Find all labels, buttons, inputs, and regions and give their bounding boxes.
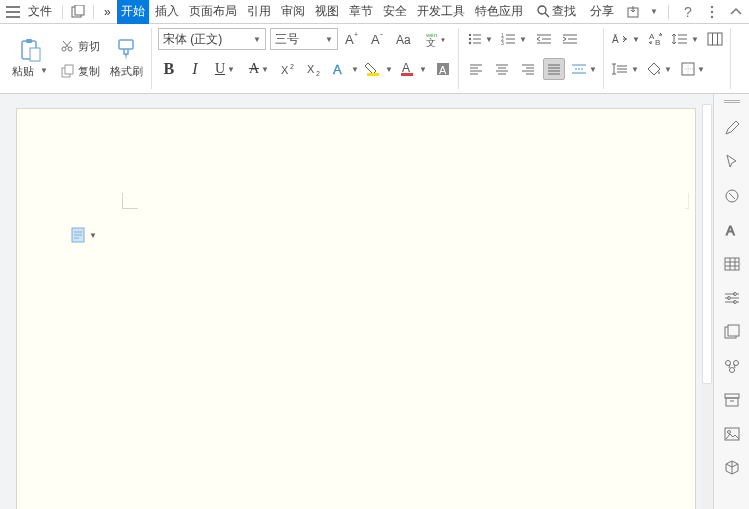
group-font: 宋体 (正文) ▼ 三号 ▼ A+ A- Aa wén文▼ B I U▼ A▼ … [154,28,459,89]
grow-font-button[interactable]: A+ [342,28,364,50]
line-spacing-button[interactable]: ▼ [670,28,700,50]
share-button[interactable]: 分享 [586,0,618,24]
paste-button[interactable]: 粘贴▼ [8,28,52,89]
paste-options-button[interactable]: ▼ [71,227,97,243]
chevron-down-icon: ▼ [351,65,359,74]
pointer-icon[interactable] [722,152,742,172]
underline-button[interactable]: U▼ [210,58,240,80]
tab-sections[interactable]: 章节 [345,0,377,24]
align-justify-button[interactable] [543,58,565,80]
superscript-button[interactable]: X2 [278,58,300,80]
tab-view[interactable]: 视图 [311,0,343,24]
bold-icon: B [164,60,175,78]
strikethrough-button[interactable]: A▼ [244,58,274,80]
svg-rect-8 [26,39,32,43]
svg-rect-9 [30,48,40,61]
phonetic-guide-button[interactable]: wén文▼ [420,28,450,50]
fill-button[interactable]: ▼ [644,58,674,80]
svg-point-35 [469,42,471,44]
hand-icon[interactable] [722,186,742,206]
svg-rect-30 [401,73,413,76]
tab-developer[interactable]: 开发工具 [413,0,469,24]
vertical-scrollbar[interactable]: ⋯ [701,104,713,509]
bullets-button[interactable]: ▼ [465,28,495,50]
cut-button[interactable]: 剪切 [58,37,102,56]
chevron-down-icon: ▼ [261,65,269,74]
font-name-select[interactable]: 宋体 (正文) ▼ [158,28,266,50]
layers-icon[interactable] [722,322,742,342]
tabs-icon[interactable] [69,3,87,21]
svg-text:A: A [345,32,354,47]
change-case-button[interactable]: Aa [394,28,416,50]
borders-button[interactable]: ▼ [678,58,708,80]
svg-point-55 [729,368,734,373]
copy-icon [60,64,74,78]
tab-review[interactable]: 审阅 [277,0,309,24]
separator [668,5,669,19]
archive-icon[interactable] [722,390,742,410]
settings-icon[interactable] [722,288,742,308]
svg-text:3: 3 [501,40,504,46]
svg-text:+: + [354,31,358,38]
highlight-button[interactable]: ▼ [364,58,394,80]
decrease-indent-button[interactable] [533,28,555,50]
svg-text:A: A [402,61,410,75]
text-direction-button[interactable]: AB [644,28,666,50]
image-icon[interactable] [722,424,742,444]
table-icon[interactable] [722,254,742,274]
tab-special[interactable]: 特色应用 [471,0,527,24]
help-icon[interactable]: ? [679,3,697,21]
tab-home[interactable]: 开始 [117,0,149,24]
align-left-button[interactable] [465,58,487,80]
chevron-down-icon[interactable]: ▼ [650,7,658,16]
bold-button[interactable]: B [158,58,180,80]
font-color-button[interactable]: A▼ [398,58,428,80]
columns-button[interactable] [704,28,726,50]
numbering-button[interactable]: 123▼ [499,28,529,50]
distribute-button[interactable]: ▼ [569,58,599,80]
tab-references[interactable]: 引用 [243,0,275,24]
char-scale-button[interactable]: Ā▼ [610,28,640,50]
tab-insert[interactable]: 插入 [151,0,183,24]
scroll-thumb[interactable] [702,104,712,384]
align-right-button[interactable] [517,58,539,80]
tab-security[interactable]: 安全 [379,0,411,24]
collab-icon[interactable] [722,356,742,376]
svg-text:X: X [281,64,289,76]
copy-button[interactable]: 复制 [58,62,102,81]
menu-more[interactable]: » [100,1,115,23]
chevron-down-icon: ▼ [253,35,261,44]
chevron-down-icon[interactable]: ▼ [40,66,48,75]
font-size-select[interactable]: 三号 ▼ [270,28,338,50]
document-icon [71,227,85,243]
kebab-icon[interactable] [703,3,721,21]
svg-text:▼: ▼ [440,37,446,43]
menu-file[interactable]: 文件 [24,0,56,24]
increase-indent-button[interactable] [559,28,581,50]
cube-icon[interactable] [722,458,742,478]
search-button[interactable]: 查找 [537,3,576,20]
tab-page-layout[interactable]: 页面布局 [185,0,241,24]
shrink-font-button[interactable]: A- [368,28,390,50]
document-page[interactable]: ▼ [16,108,696,509]
text-effects-button[interactable]: A▼ [330,58,360,80]
collapse-ribbon-icon[interactable] [727,3,745,21]
export-icon[interactable] [624,3,642,21]
line-guides-button[interactable]: ▼ [610,58,640,80]
svg-point-33 [469,34,471,36]
subscript-button[interactable]: X2 [304,58,326,80]
italic-icon: I [192,60,197,78]
char-shading-button[interactable]: A [432,58,454,80]
search-label: 查找 [552,3,576,20]
chevron-down-icon: ▼ [485,35,493,44]
align-center-button[interactable] [491,58,513,80]
pencil-icon[interactable] [722,118,742,138]
sidebar-handle-icon[interactable] [724,100,740,104]
format-painter-button[interactable]: 格式刷 [106,28,147,89]
margin-guide [685,193,689,209]
italic-button[interactable]: I [184,58,206,80]
hamburger-icon[interactable] [4,3,22,21]
underline-icon: U [215,61,225,77]
font-hint-icon[interactable]: A [722,220,742,240]
svg-rect-56 [725,394,739,398]
